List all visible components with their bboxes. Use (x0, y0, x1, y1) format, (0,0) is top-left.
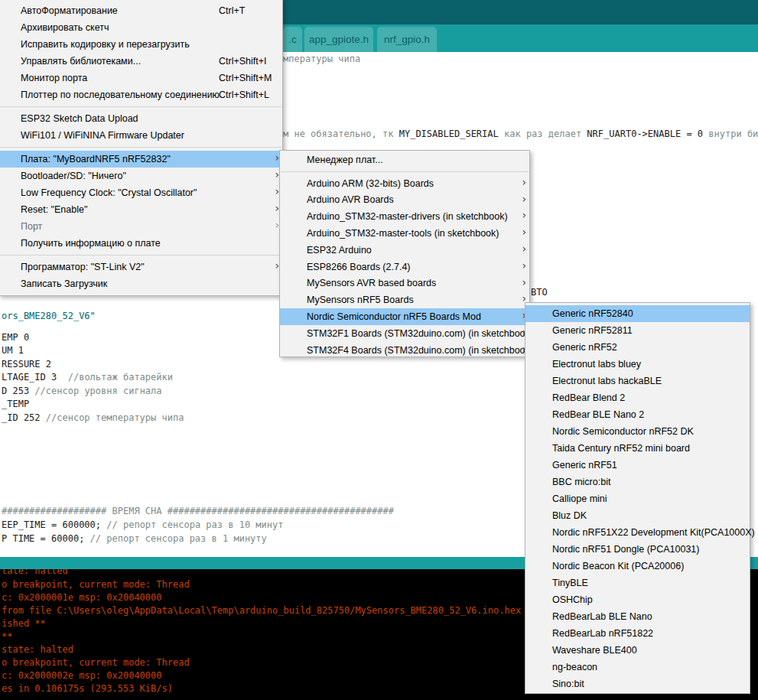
console-line: o breakpoint, current mode: Thread (2, 658, 190, 668)
menu-item-tinyble[interactable]: TinyBLE (525, 575, 750, 591)
menu-item-nordic-nrf5-boards-mod[interactable]: Nordic Semiconductor nRF5 Boards Mod› (280, 308, 529, 325)
menu-item-boards-manager[interactable]: Менеджер плат... (280, 151, 529, 168)
menu-item-label: STM32F1 Boards (STM32duino.com) (in sket… (307, 328, 533, 339)
menu-item-label: Low Frequency Clock: "Crystal Oscillator… (21, 187, 197, 198)
menu-item-generic-nrf52840[interactable]: Generic nRF52840 (525, 305, 750, 322)
menu-item-oshchip[interactable]: OSHChip (525, 591, 750, 608)
console-line: from file C:\Users\oleg\AppData\Local\Te… (2, 606, 548, 616)
menu-item-programmer[interactable]: Программатор: "ST-Link V2"› (0, 259, 282, 275)
code-line: EEP_TIME = 600000; // репорт сенсора раз… (2, 519, 283, 530)
menu-item-archive-sketch[interactable]: Архивировать скетч (0, 19, 282, 36)
menu-item-stm32f4-boards[interactable]: STM32F4 Boards (STM32duino.com) (in sket… (280, 342, 529, 359)
tab-nrf-gpio-h[interactable]: nrf_gpio.h (377, 27, 437, 52)
menu-item-esp32-arduino[interactable]: ESP32 Arduino› (280, 242, 529, 259)
menu-item-label: Nordic nRF51 Dongle (PCA10031) (552, 544, 699, 555)
menu-item-label: Порт (21, 221, 42, 232)
menu-item-serial-plotter[interactable]: Плоттер по последовательному соединениюC… (0, 86, 282, 103)
menu-item-electronut-hackable[interactable]: Electronut labs hackaBLE (525, 373, 750, 389)
menu-item-label: Программатор: "ST-Link V2" (21, 262, 145, 272)
menu-item-label: Electronut labs bluey (552, 359, 641, 370)
code-comment: м не обязательно, тк (283, 129, 399, 139)
menu-item-label: Arduino ARM (32-bits) Boards (307, 178, 434, 189)
menu-separator (280, 168, 529, 175)
code-line: ors_BME280_52_V6" (2, 311, 96, 321)
menu-item-shortcut: Ctrl+Shift+M (219, 73, 272, 83)
menu-item-board-info[interactable]: Получить информацию о плате (0, 235, 282, 252)
menu-item-serial-monitor[interactable]: Монитор портаCtrl+Shift+M (0, 70, 282, 86)
menu-item-burn-bootloader[interactable]: Записать Загрузчик (0, 275, 282, 292)
menu-item-label: Arduino AVR Boards (307, 194, 394, 205)
menu-item-label: ESP32 Sketch Data Upload (21, 113, 138, 124)
tab--c[interactable]: .c (283, 27, 302, 52)
menu-item-arduino-stm32-drivers[interactable]: Arduino_STM32-master-drivers (in sketchb… (280, 208, 529, 225)
menu-item-label: Arduino_STM32-master-tools (in sketchboo… (307, 228, 499, 239)
menu-item-fix-encoding[interactable]: Исправить кодировку и перезагрузить (0, 36, 282, 53)
menu-item-redbear-ble-nano-2[interactable]: RedBear BLE Nano 2 (525, 406, 750, 423)
menu-item-generic-nrf52811[interactable]: Generic nRF52811 (525, 322, 750, 339)
menu-item-esp8266-boards[interactable]: ESP8266 Boards (2.7.4)› (280, 259, 529, 275)
menu-item-port[interactable]: Порт› (0, 218, 282, 235)
code-comment: ################### ВРЕМЯ СНА ##########… (2, 506, 394, 516)
menu-item-nordic-nrf52-dk[interactable]: Nordic Semiconductor nRF52 DK (525, 423, 750, 440)
menu-item-low-frequency-clock[interactable]: Low Frequency Clock: "Crystal Oscillator… (0, 184, 282, 201)
code-line: UM 1 (2, 345, 24, 356)
menu-item-label: Arduino_STM32-master-drivers (in sketchb… (307, 211, 508, 222)
menu-item-board[interactable]: Плата: "MyBoardNRF5 nRF52832"› (0, 151, 282, 168)
menu-item-manage-libraries[interactable]: Управлять библиотеками...Ctrl+Shift+I (0, 53, 282, 70)
menu-item-label: Плоттер по последовательному соединению (21, 90, 220, 100)
menu-item-calliope-mini[interactable]: Calliope mini (525, 490, 750, 507)
chevron-right-icon: › (522, 226, 526, 238)
menu-item-esp32-sketch-data-upload[interactable]: ESP32 Sketch Data Upload (0, 110, 282, 127)
menu-item-mysensors-nrf5-boards[interactable]: MySensors nRF5 Boards› (280, 291, 529, 308)
menu-item-autoformat[interactable]: АвтоФорматированиеCtrl+T (0, 2, 282, 19)
menu-item-label: Nordic Semiconductor nRF52 DK (552, 426, 694, 437)
menu-item-label: Generic nRF52840 (552, 308, 633, 319)
menu-item-arduino-stm32-tools[interactable]: Arduino_STM32-master-tools (in sketchboo… (280, 225, 529, 242)
console-line: ished ** (2, 619, 46, 629)
code-text: D 253 (2, 386, 34, 396)
console-line: c: 0x2000002e msp: 0x20040000 (2, 671, 162, 681)
menu-item-bootloader-sd[interactable]: Bootloader/SD: "Ничего"› (0, 168, 282, 184)
menu-item-electronut-bluey[interactable]: Electronut labs bluey (525, 356, 750, 373)
menu-item-label: Reset: "Enable" (21, 204, 87, 215)
menu-item-generic-nrf51[interactable]: Generic nRF51 (525, 457, 750, 474)
code-text: _ID 252 (2, 412, 46, 423)
menu-item-mysensors-avr-boards[interactable]: MySensors AVR based boards› (280, 275, 529, 292)
chevron-right-icon: › (522, 276, 526, 288)
menu-item-redbearlab-nrf51822[interactable]: RedBearLab nRF51822 (525, 625, 750, 642)
menu-item-redbear-blend-2[interactable]: RedBear Blend 2 (525, 389, 750, 406)
menu-item-nordic-nrf51-dongle[interactable]: Nordic nRF51 Dongle (PCA10031) (525, 541, 750, 558)
menu-item-wifi-firmware-updater[interactable]: WiFi101 / WiFiNINA Firmware Updater (0, 127, 282, 144)
chevron-right-icon: › (522, 193, 526, 205)
menu-item-sinobit[interactable]: Sino:bit (525, 676, 750, 692)
menu-item-stm32f1-boards[interactable]: STM32F1 Boards (STM32duino.com) (in sket… (280, 325, 529, 342)
menu-item-arduino-arm-boards[interactable]: Arduino ARM (32-bits) Boards› (280, 175, 529, 192)
code-text: UM 1 (2, 345, 24, 356)
menu-item-label: Electronut labs hackaBLE (552, 376, 662, 386)
menu-item-nordic-beacon-kit[interactable]: Nordic Beacon Kit (PCA20006) (525, 558, 750, 575)
menu-item-generic-nrf52[interactable]: Generic nRF52 (525, 339, 750, 356)
menu-item-reset[interactable]: Reset: "Enable"› (0, 201, 282, 218)
menu-item-label: BBC micro:bit (552, 477, 610, 487)
code-line: _TEMP (2, 399, 29, 409)
menu-item-arduino-avr-boards[interactable]: Arduino AVR Boards› (280, 192, 529, 209)
menu-item-waveshare-ble400[interactable]: Waveshare BLE400 (525, 642, 750, 659)
code-comment: //сенсор уровня сигнала (34, 386, 161, 396)
boards-submenu: Менеджер плат...Arduino ARM (32-bits) Bo… (279, 150, 530, 357)
code-line: EMP 0 (2, 332, 29, 343)
menu-item-nordic-nrf51x22-devkit[interactable]: Nordic nRF51X22 Development Kit(PCA1000X… (525, 524, 750, 541)
menu-item-bluz-dk[interactable]: Bluz DK (525, 507, 750, 524)
code-comment: //вольтаж батарейки (68, 372, 173, 383)
menu-item-label: RedBearLab BLE Nano (552, 611, 652, 622)
menu-item-label: Sino:bit (552, 679, 584, 689)
menu-item-taida-century-nrf52[interactable]: Taida Century nRF52 mini board (525, 440, 750, 457)
menu-item-label: Nordic nRF51X22 Development Kit(PCA1000X… (552, 527, 755, 538)
code-line: RESSURE 2 (2, 359, 51, 370)
menu-item-redbearlab-ble-nano[interactable]: RedBearLab BLE Nano (525, 608, 750, 625)
menu-item-label: RedBear BLE Nano 2 (552, 409, 644, 420)
code-comment: как раз делает (499, 129, 587, 139)
menu-item-ng-beacon[interactable]: ng-beacon (525, 659, 750, 676)
tab-app-gpiote-h[interactable]: app_gpiote.h (304, 27, 373, 52)
menu-item-bbc-microbit[interactable]: BBC micro:bit (525, 474, 750, 490)
code-line: мпературы чипа (283, 54, 360, 64)
